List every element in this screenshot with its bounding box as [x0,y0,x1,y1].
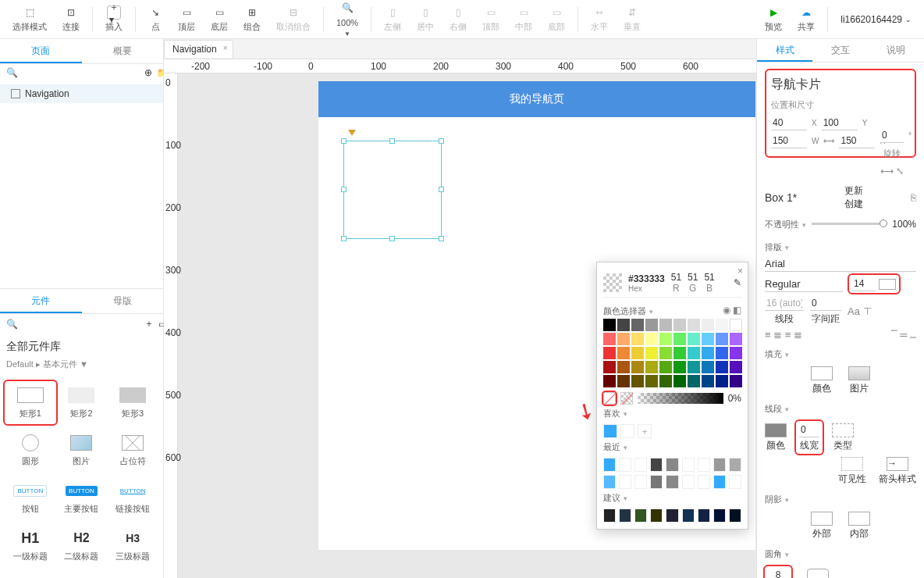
corner-visibility-swatch[interactable] [807,569,829,579]
update-style-link[interactable]: 更新 [844,184,863,198]
fill-section[interactable]: 填充 [765,344,916,363]
user-menu[interactable]: li16620164429⌄ [834,14,918,25]
ungroup-button[interactable]: ⊟取消组合 [270,4,317,34]
widget-circle[interactable]: 圆形 [5,429,56,472]
outer-shadow-swatch[interactable] [811,512,833,526]
align-vcenter-button[interactable]: ▭中部 [509,4,538,34]
add-favorite-icon[interactable]: ＋ [638,424,652,438]
letter-spacing-input[interactable] [810,296,841,311]
text-transform-icons[interactable]: Aa ⊤ [848,305,872,317]
style-menu-icon[interactable]: ⎘ [911,192,916,203]
tab-style[interactable]: 样式 [757,39,812,62]
widget-h3[interactable]: H3三级标题 [107,524,158,567]
preview-button[interactable]: ▶预览 [759,4,788,34]
recent-label[interactable]: 最近 [603,438,741,455]
color-swatch-icon[interactable] [879,279,896,290]
insert-button[interactable]: ＋▾插入 [99,4,129,34]
align-top-button[interactable]: ▭顶部 [476,4,506,34]
font-select[interactable] [765,256,916,272]
rotation-input[interactable] [880,128,904,143]
send-bottom-button[interactable]: ▭底层 [204,4,234,34]
fill-color-swatch[interactable] [811,366,833,380]
align-right-button[interactable]: ▯右侧 [443,4,473,34]
widget-rect2[interactable]: 矩形2 [56,381,108,424]
tab-masters[interactable]: 母版 [82,289,164,313]
corner-section[interactable]: 圆角 [765,544,916,563]
opacity-value[interactable]: 100% [892,219,916,230]
add-icon[interactable]: ＋ [144,317,154,330]
line-type-swatch[interactable] [832,423,854,437]
widget-h2[interactable]: H2二级标题 [56,524,108,567]
layout-section[interactable]: 排版 [765,237,916,256]
line-section[interactable]: 线段 [765,398,916,418]
widget-rect1[interactable]: 矩形1 [5,381,56,424]
select-mode-button[interactable]: ⬚选择模式 [6,4,53,34]
hex-value[interactable]: #333333 [628,273,665,284]
align-bottom-button[interactable]: ▭底部 [542,4,571,34]
line-color-swatch[interactable] [765,423,787,437]
close-tab-icon[interactable]: × [223,44,228,52]
inner-shadow-swatch[interactable] [848,512,870,526]
add-page-icon[interactable]: ⊕ [144,67,152,78]
widget-h1[interactable]: H1一级标题 [5,524,56,567]
weight-select[interactable] [765,277,843,292]
y-input[interactable] [822,116,858,130]
line-visibility-swatch[interactable] [841,457,863,471]
font-size-input[interactable] [852,277,876,291]
widget-search[interactable]: 🔍＋▭⋮ [0,314,163,334]
line-width-input[interactable] [799,423,819,437]
no-color-swatch[interactable] [603,392,616,405]
page-search-input[interactable] [23,67,140,78]
close-picker-icon[interactable]: × [737,266,743,277]
selected-box[interactable] [343,141,442,239]
favorites-label[interactable]: 喜欢 [603,405,741,421]
dist-h-button[interactable]: ⇿水平 [585,4,614,34]
tab-widgets[interactable]: 元件 [0,289,82,313]
align-hcenter-button[interactable]: ▯居中 [410,4,440,34]
share-button[interactable]: ☁共享 [791,4,821,34]
suggest-label[interactable]: 建议 [603,489,741,505]
widget-rect3[interactable]: 矩形3 [107,381,158,424]
eyedropper-icon[interactable]: ✎ [734,277,741,288]
widget-placeholder[interactable]: 占位符 [107,429,158,472]
color-selector-label[interactable]: 颜色选择器 [603,302,741,319]
zoom-control[interactable]: 🔍100%▼ [330,0,364,39]
fill-image-swatch[interactable] [848,366,870,380]
shadow-section[interactable]: 阴影 [765,489,916,508]
widget-name[interactable]: 导航卡片 [771,75,910,98]
opacity-value[interactable]: 0% [728,393,741,404]
file-tab-navigation[interactable]: Navigation× [164,40,233,58]
x-input[interactable] [771,116,807,130]
widget-button[interactable]: BUTTON按钮 [5,476,56,519]
radius-input[interactable] [768,568,788,578]
dist-v-button[interactable]: ⇵垂直 [617,4,647,34]
point-button[interactable]: ↘点 [142,4,169,34]
valign-icons[interactable]: ⎺ ═ ⎽ [891,329,916,341]
widget-breadcrumb[interactable]: Default ▸ 基本元件 ▼ [6,355,157,373]
create-style-link[interactable]: 创建 [844,198,863,211]
w-input[interactable] [771,134,807,148]
align-icons[interactable]: ≡ ≣ ≡ ≣ [765,329,802,341]
tab-outline[interactable]: 概要 [82,39,164,63]
opacity-slider[interactable] [638,393,723,404]
h-input[interactable] [839,134,875,148]
widget-primary-button[interactable]: BUTTON主要按钮 [56,476,108,519]
banner[interactable]: 我的导航页 [318,81,755,117]
arrow-style-swatch[interactable]: → [887,457,908,471]
tab-notes[interactable]: 说明 [869,39,924,62]
bring-top-button[interactable]: ▭顶层 [172,4,201,34]
page-search[interactable]: 🔍⊕📁 [0,64,163,81]
widget-link-button[interactable]: BUTTON链接按钮 [107,476,158,519]
align-left-button[interactable]: ▯左侧 [378,4,407,34]
color-grid[interactable] [603,319,741,387]
page-item-navigation[interactable]: Navigation [0,84,163,103]
widget-image[interactable]: 图片 [56,429,108,472]
line-height-input[interactable] [765,296,804,311]
group-button[interactable]: ⊞组合 [237,4,267,34]
transparent-swatch[interactable] [620,392,633,405]
color-wheel-icon[interactable]: ◉ ◧ [723,305,741,316]
connect-button[interactable]: ⊡连接 [56,4,86,34]
widget-search-input[interactable] [23,319,140,330]
tab-pages[interactable]: 页面 [0,39,82,63]
tab-interact[interactable]: 交互 [812,39,868,62]
